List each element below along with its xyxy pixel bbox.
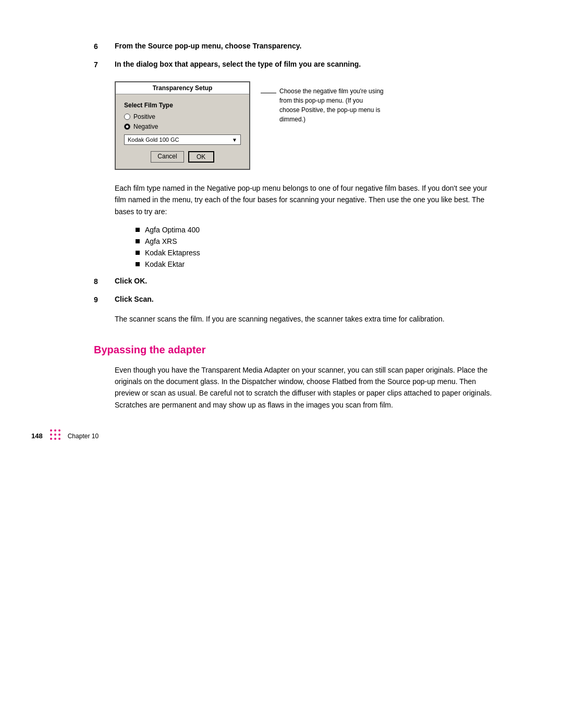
- step-8-number: 8: [94, 277, 115, 286]
- list-item-3-text: Kodak Ektapress: [145, 249, 200, 257]
- footer-dot-1: [50, 429, 52, 431]
- step-8-text: Click OK.: [115, 277, 500, 285]
- callout-line: [261, 93, 276, 93]
- footer-dot-4: [50, 434, 52, 436]
- step-9-text: Click Scan.: [115, 295, 500, 303]
- positive-radio-row[interactable]: Positive: [124, 113, 241, 120]
- list-item-4: Kodak Ektar: [136, 260, 500, 268]
- transparency-setup-dialog: Transparency Setup Select Film Type Posi…: [115, 81, 250, 170]
- chapter-label: Chapter 10: [68, 433, 99, 440]
- step-6: 6 From the Source pop-up menu, choose Tr…: [94, 42, 500, 51]
- step-7-number: 7: [94, 60, 115, 69]
- step-7-text: In the dialog box that appears, select t…: [115, 60, 500, 68]
- film-dropdown-value: Kodak Gold 100 GC: [128, 137, 179, 143]
- section-body: Even though you have the Transparent Med…: [115, 364, 500, 411]
- list-item-1: Agfa Optima 400: [136, 226, 500, 234]
- footer-dot-7: [50, 438, 52, 440]
- footer-dots-decoration: [50, 429, 60, 440]
- bullet-icon-3: [136, 251, 140, 255]
- list-item-4-text: Kodak Ektar: [145, 260, 185, 268]
- bullet-icon-2: [136, 239, 140, 243]
- page-content: 6 From the Source pop-up menu, choose Tr…: [0, 0, 563, 461]
- list-item-3: Kodak Ektapress: [136, 249, 500, 257]
- cancel-button[interactable]: Cancel: [151, 151, 183, 163]
- bullet-list: Agfa Optima 400 Agfa XRS Kodak Ektapress…: [136, 226, 500, 268]
- list-item-1-text: Agfa Optima 400: [145, 226, 200, 234]
- step-6-text: From the Source pop-up menu, choose Tran…: [115, 42, 500, 50]
- positive-label: Positive: [133, 113, 155, 120]
- footer-dot-3: [58, 429, 60, 431]
- page-number: 148: [31, 432, 43, 440]
- negative-label: Negative: [133, 123, 158, 130]
- section-heading: Bypassing the adapter: [94, 344, 500, 356]
- ok-button[interactable]: OK: [188, 151, 214, 163]
- list-item-2: Agfa XRS: [136, 237, 500, 245]
- footer-dot-6: [58, 434, 60, 436]
- bullet-icon-1: [136, 228, 140, 232]
- film-dropdown-row: Kodak Gold 100 GC ▼: [124, 134, 241, 145]
- footer-dot-2: [54, 429, 56, 431]
- list-item-2-text: Agfa XRS: [145, 237, 177, 245]
- body-paragraph-1: Each film type named in the Negative pop…: [115, 182, 500, 217]
- step-9: 9 Click Scan.: [94, 295, 500, 304]
- step-8: 8 Click OK.: [94, 277, 500, 286]
- callout-text: Choose the negative film you're using fr…: [279, 81, 384, 124]
- film-type-label: Select Film Type: [124, 102, 241, 109]
- bullet-icon-4: [136, 262, 140, 266]
- dialog-illustration-section: Transparency Setup Select Film Type Posi…: [115, 81, 500, 170]
- dialog-body: Select Film Type Positive Negative Kodak…: [116, 94, 249, 169]
- body-paragraph-2: The scanner scans the film. If you are s…: [115, 313, 500, 325]
- footer-dot-8: [54, 438, 56, 440]
- step-6-number: 6: [94, 42, 115, 51]
- negative-radio[interactable]: [124, 124, 130, 130]
- dialog-title: Transparency Setup: [116, 82, 249, 94]
- callout-wrapper: Choose the negative film you're using fr…: [261, 81, 384, 124]
- dropdown-arrow-icon: ▼: [232, 137, 237, 143]
- positive-radio[interactable]: [124, 114, 130, 120]
- negative-radio-row[interactable]: Negative: [124, 123, 241, 130]
- film-dropdown[interactable]: Kodak Gold 100 GC ▼: [124, 134, 241, 145]
- step-7: 7 In the dialog box that appears, select…: [94, 60, 500, 69]
- dialog-buttons-row: Cancel OK: [124, 151, 241, 163]
- footer-dot-9: [58, 438, 60, 440]
- page-footer: 148 Chapter 10: [0, 429, 563, 440]
- step-9-number: 9: [94, 295, 115, 304]
- footer-dot-5: [54, 434, 56, 436]
